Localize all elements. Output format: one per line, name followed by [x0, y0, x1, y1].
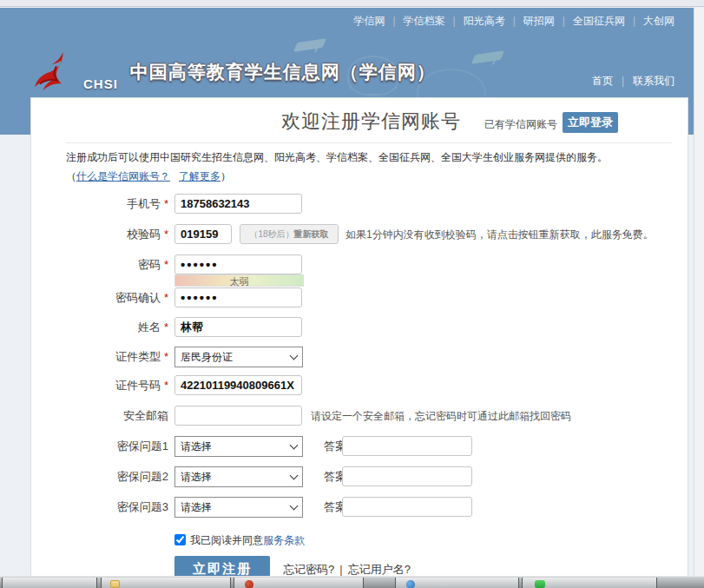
verification-code-input[interactable] — [174, 224, 232, 244]
email-note: 请设定一个安全邮箱，忘记密码时可通过此邮箱找回密码 — [311, 406, 571, 426]
security-question-3-label: 密保问题3 — [31, 497, 168, 518]
site-logo[interactable]: CHSI 中国高等教育学生信息网（学信网） — [31, 48, 436, 96]
security-question-1-label: 密保问题1 — [31, 436, 168, 457]
what-is-account-link[interactable]: 什么是学信网账号？ — [76, 170, 170, 182]
id-number-input[interactable] — [174, 375, 302, 395]
green-app-icon — [535, 580, 545, 588]
security-question-3-select[interactable]: 请选择 — [174, 497, 303, 518]
graduation-cap-decoration — [473, 51, 503, 62]
login-now-button[interactable]: 立即登录 — [563, 112, 618, 133]
taskbar — [0, 576, 704, 588]
answer-1-input[interactable] — [342, 436, 472, 456]
forgot-username-link[interactable]: 忘记用户名? — [348, 563, 411, 576]
intro-text: 注册成功后可以使用中国研究生招生信息网、阳光高考、学信档案、全国征兵网、全国大学… — [66, 150, 608, 165]
nav-link-zhengbing[interactable]: 全国征兵网 — [573, 15, 625, 27]
taskbar-button-5[interactable] — [522, 578, 657, 588]
phone-input[interactable] — [174, 194, 302, 214]
password-label: 密码* — [31, 254, 168, 275]
top-nav: 学信网|学信档案|阳光高考|研招网|全国征兵网|大创网 — [353, 14, 674, 29]
answer-2-input[interactable] — [342, 466, 472, 486]
page-title: 欢迎注册学信网账号 — [281, 109, 461, 135]
logo-title: 中国高等教育学生信息网（学信网） — [130, 60, 436, 84]
required-asterisk: * — [164, 350, 168, 363]
chevron-down-icon — [290, 471, 299, 479]
agree-text: 我已阅读并同意 — [190, 534, 263, 546]
answer-3-input[interactable] — [342, 497, 472, 517]
scrollbar-track[interactable] — [694, 8, 704, 576]
password-confirm-input[interactable] — [174, 287, 302, 307]
contact-link[interactable]: 联系我们 — [633, 75, 674, 87]
email-label: 安全邮箱 — [31, 406, 168, 426]
terms-link[interactable]: 服务条款 — [263, 534, 305, 546]
name-input[interactable] — [174, 317, 302, 337]
nav-link-archive[interactable]: 学信档案 — [404, 15, 445, 27]
chevron-down-icon — [290, 351, 299, 360]
resend-code-button[interactable]: （18秒后）重新获取 — [240, 224, 339, 244]
agree-terms-row: 我已阅读并同意服务条款 — [174, 533, 305, 549]
security-question-1-select[interactable]: 请选择 — [174, 436, 303, 457]
blue-app-icon — [406, 580, 415, 588]
nav-link-gaokao[interactable]: 阳光高考 — [464, 15, 505, 27]
required-asterisk: * — [164, 197, 168, 210]
agree-checkbox[interactable] — [174, 534, 186, 545]
nav-link-yanzhao[interactable]: 研招网 — [523, 15, 555, 27]
taskbar-button-3[interactable] — [234, 578, 364, 588]
forgot-password-link[interactable]: 忘记密码? — [283, 563, 334, 576]
id-type-label: 证件类型* — [31, 347, 168, 367]
required-asterisk: * — [164, 228, 168, 241]
taskbar-button-1[interactable] — [2, 578, 97, 588]
red-app-icon — [245, 580, 253, 588]
learn-more-link[interactable]: 了解更多 — [179, 170, 220, 182]
id-number-label: 证件号码* — [31, 375, 168, 396]
password-strength-bar: 太弱 — [174, 274, 304, 287]
chevron-down-icon — [290, 440, 299, 449]
folder-icon — [110, 580, 120, 588]
required-asterisk: * — [164, 379, 168, 392]
id-type-select[interactable]: 居民身份证 — [174, 347, 303, 367]
name-label: 姓名* — [31, 317, 168, 338]
phone-label: 手机号* — [31, 194, 168, 215]
required-asterisk: * — [164, 320, 168, 334]
nav-link-dachuang[interactable]: 大创网 — [643, 15, 674, 27]
title-divider — [66, 142, 672, 143]
code-note: 如果1分钟内没有收到校验码，请点击按钮重新获取，此服务免费。 — [345, 224, 654, 245]
required-asterisk: * — [164, 258, 168, 271]
chevron-down-icon — [290, 501, 299, 510]
chsi-bird-logo-icon — [31, 50, 82, 94]
taskbar-button-4[interactable] — [395, 578, 519, 588]
email-input[interactable] — [174, 406, 302, 426]
taskbar-button-2[interactable] — [101, 578, 231, 588]
nav-link-chsi[interactable]: 学信网 — [353, 15, 385, 27]
logo-abbr: CHSI — [83, 76, 118, 91]
home-link[interactable]: 首页 — [592, 75, 613, 87]
intro-links: （什么是学信网账号？了解更多） — [66, 169, 231, 184]
have-account-text: 已有学信网账号 — [484, 117, 557, 132]
code-label: 校验码* — [31, 224, 168, 245]
security-question-2-select[interactable]: 请选择 — [174, 466, 303, 487]
register-panel: 欢迎注册学信网账号 已有学信网账号 立即登录 注册成功后可以使用中国研究生招生信… — [30, 97, 688, 588]
security-question-2-label: 密保问题2 — [31, 466, 168, 487]
required-asterisk: * — [164, 291, 168, 304]
password-confirm-label: 密码确认* — [31, 287, 168, 308]
password-input[interactable] — [174, 254, 302, 274]
header-links: 首页|联系我们 — [592, 74, 674, 89]
browser-top-strip — [0, 0, 704, 7]
